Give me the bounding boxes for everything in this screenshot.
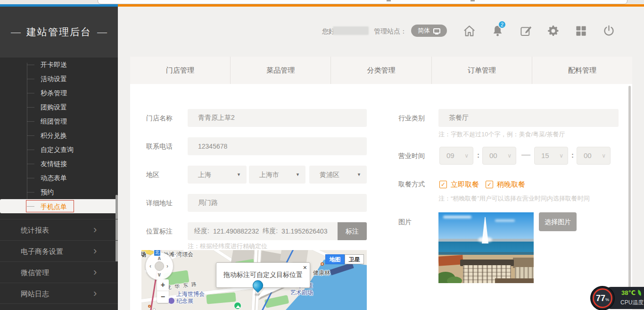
store-name-label: 门店名称 — [146, 114, 173, 123]
sidebar-section-wechat[interactable]: 微信管理› — [0, 261, 118, 283]
sidebar-item-seckill[interactable]: 秒杀管理 — [0, 86, 118, 100]
leaf-icon — [637, 290, 643, 296]
industry-input[interactable] — [438, 109, 619, 127]
pickup-note: 注：“稍晚取餐”用户可以选择在营业时间内选择取餐时间 — [438, 194, 590, 203]
apps-grid-icon[interactable] — [575, 25, 587, 37]
photo-building — [513, 258, 534, 268]
pan-left-icon[interactable]: ‹ — [149, 263, 151, 269]
district-select[interactable]: 黄浦区▼ — [309, 166, 367, 184]
map-label-partial: 场 — [141, 251, 146, 259]
pickup-now-checkbox[interactable]: ✓ — [439, 181, 447, 188]
sidebar-section-ecommerce[interactable]: 电子商务设置› — [0, 240, 118, 261]
pickup-later-label[interactable]: 稍晚取餐 — [497, 180, 525, 189]
chevron-down-icon: ∨ — [464, 147, 469, 164]
pan-right-icon[interactable]: › — [166, 263, 168, 269]
cpu-usage-gauge[interactable]: 77 % — [590, 286, 615, 310]
browser-chrome-sliver — [0, 0, 644, 4]
home-icon[interactable] — [463, 25, 476, 37]
language-site-pill[interactable]: 简体 — [411, 25, 447, 37]
select-arrow-icon: ▼ — [357, 166, 361, 184]
sidebar-item-activity[interactable]: 活动设置 — [0, 72, 118, 86]
store-photo-preview — [438, 212, 534, 283]
open-minute-select[interactable]: 00∨ — [482, 147, 516, 165]
mark-location-button[interactable]: 标注 — [338, 222, 367, 240]
store-name-input[interactable] — [188, 109, 367, 127]
manage-site-label: 管理站点： — [374, 27, 407, 36]
coordinates-box[interactable]: 经度: 121.490882232 纬度: 31.1952626403 — [188, 222, 338, 240]
sidebar-item-groupbuy[interactable]: 团购设置 — [0, 100, 118, 114]
photo-cloud — [443, 216, 471, 218]
location-note: 注：根据经纬度进行精确定位 — [188, 242, 267, 251]
region-label: 地区 — [146, 171, 159, 179]
location-map[interactable]: 场 外滩·湾璟会 健康林 龙华东路 上海儿童 艺术剧场 上海世博会 纪念展 ♪ … — [141, 250, 367, 310]
sidebar-item-links[interactable]: 友情链接 — [0, 157, 118, 171]
zoom-out-button[interactable]: − — [157, 291, 169, 303]
photo-fountain-mist — [478, 237, 492, 243]
pan-down-icon[interactable]: ∨ — [157, 271, 162, 278]
chevron-down-icon: ∨ — [507, 147, 512, 164]
sidebar-section-sitelog[interactable]: 网站日志› — [0, 283, 118, 304]
map-compass-control[interactable]: ∧ ∨ ‹ › — [145, 252, 173, 280]
photo-red-roof — [438, 255, 463, 266]
photo-label: 图片 — [398, 218, 412, 226]
sidebar-item-dynamic-form[interactable]: 动态表单 — [0, 171, 118, 185]
map-poi-dot — [321, 262, 324, 266]
notification-badge: 2 — [498, 20, 506, 29]
browser-address-bar[interactable] — [98, 0, 627, 4]
sidebar: — 建站管理后台 — 开卡即送 活动设置 秒杀管理 团购设置 组团管理 积分兑换… — [0, 7, 118, 310]
tab-dish-management[interactable]: 菜品管理 — [230, 57, 330, 84]
map-label-expo: 上海世博会 纪念展 — [176, 291, 205, 305]
time-colon: : — [571, 151, 574, 159]
zoom-in-button[interactable]: + — [157, 279, 169, 291]
close-hour-select[interactable]: 15∨ — [534, 147, 568, 165]
maptype-map-button[interactable]: 地图 — [325, 254, 345, 264]
chevron-right-icon: › — [93, 283, 97, 303]
tab-store-management[interactable]: 门店管理 — [130, 57, 230, 84]
chevron-right-icon: › — [93, 262, 97, 282]
photo-pier — [438, 252, 534, 255]
sidebar-item-custom-query[interactable]: 自定义查询 — [0, 142, 118, 157]
tab-order-management[interactable]: 订单管理 — [431, 57, 532, 84]
tab-category-management[interactable]: 分类管理 — [330, 57, 431, 84]
map-poi-dot — [153, 308, 156, 310]
latitude-value: 31.1952626403 — [281, 227, 327, 235]
close-icon[interactable]: × — [303, 264, 307, 271]
browser-icon-fragment — [471, 0, 475, 1]
address-input[interactable] — [188, 194, 367, 212]
north-badge[interactable]: 北 — [154, 250, 161, 256]
map-park — [206, 292, 236, 304]
time-colon: : — [477, 151, 479, 159]
sidebar-section-statistics[interactable]: 统计报表› — [0, 219, 118, 240]
pickup-label: 取餐方式 — [398, 180, 425, 189]
username-redacted — [333, 26, 369, 35]
sidebar-item-booking[interactable]: 预约 — [0, 185, 118, 199]
accent-bar-orange — [118, 4, 644, 7]
location-label: 位置标注 — [146, 227, 173, 236]
pickup-now-label[interactable]: 立即取餐 — [451, 180, 479, 189]
cpu-temperature: 38℃ — [621, 289, 642, 296]
choose-image-button[interactable]: 选择图片 — [539, 212, 577, 231]
tab-ingredient-management[interactable]: 配料管理 — [532, 57, 632, 84]
chevron-right-icon: › — [93, 241, 97, 261]
title-dash-right: — — [97, 26, 107, 38]
close-minute-select[interactable]: 00∨ — [577, 147, 611, 165]
phone-input[interactable] — [188, 137, 367, 155]
sidebar-item-groupmgmt[interactable]: 组团管理 — [0, 114, 118, 128]
park-icon — [234, 302, 241, 310]
longitude-label: 经度: — [194, 227, 209, 235]
maptype-satellite-button[interactable]: 卫星 — [345, 254, 364, 264]
power-icon[interactable] — [603, 25, 615, 37]
sidebar-item-card-gift[interactable]: 开卡即送 — [0, 58, 118, 72]
gear-icon[interactable] — [547, 25, 560, 37]
sidebar-item-mobile-ordering[interactable]: 手机点单 — [0, 199, 118, 213]
edit-icon[interactable] — [520, 25, 532, 37]
pickup-later-checkbox[interactable]: ✓ — [486, 181, 493, 188]
sidebar-item-points[interactable]: 积分兑换 — [0, 128, 118, 142]
city-select[interactable]: 上海市▼ — [249, 166, 305, 184]
cpu-percent: 77 — [596, 293, 605, 303]
compass-knob[interactable] — [155, 261, 164, 271]
province-select[interactable]: 上海▼ — [188, 166, 247, 184]
open-hour-select[interactable]: 09∨ — [439, 147, 473, 165]
content-scrollbar-thumb[interactable] — [628, 86, 631, 308]
time-range-dash: — — [521, 149, 530, 159]
